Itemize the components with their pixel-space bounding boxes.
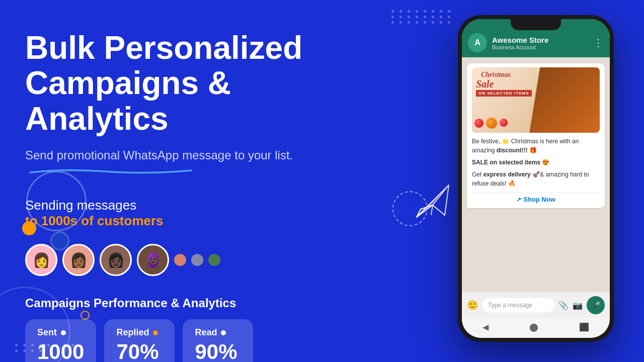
message-text-2: Get express delivery 🚀& amazing hard to … <box>472 170 600 188</box>
avatar-1: 👩 <box>25 244 57 276</box>
stat-card-read: Read 90% <box>183 319 253 362</box>
performance-title: Campaigns Performance & Analytics <box>25 296 367 310</box>
dots-grid-top <box>391 10 453 24</box>
chat-area[interactable]: Christmas Sale ON SELECTED ITEMS Be fest… <box>462 57 610 292</box>
contact-name: Awesome Store <box>492 36 588 44</box>
paper-plane-decoration <box>392 181 453 241</box>
avatars-row: 👩 👩🏾 👩🏿 🧕🏿 <box>25 244 367 276</box>
phone-mockup: A Awesome Store Business Account ⋮ <box>458 15 614 342</box>
nav-home-icon[interactable]: ⬤ <box>529 322 538 332</box>
contact-avatar: A <box>468 33 487 52</box>
contact-status: Business Account <box>492 44 588 50</box>
sending-label: Sending messages <box>25 198 136 213</box>
avatar-4: 🧕🏿 <box>137 244 169 276</box>
extra-dot-3 <box>208 254 220 266</box>
menu-icon[interactable]: ⋮ <box>593 37 604 49</box>
paper-plane-icon <box>413 181 453 221</box>
stats-row: Sent 1000 Replied 70% Read 90% <box>25 319 367 362</box>
extra-dot-1 <box>174 254 186 266</box>
sale-text: SALE on selected items 😍 <box>472 158 600 167</box>
phone-notch <box>511 19 561 30</box>
christmas-text-overlay: Christmas Sale ON SELECTED ITEMS <box>476 71 532 97</box>
shop-now-button[interactable]: ↗ Shop Now <box>472 192 600 204</box>
attach-icon[interactable]: 📎 <box>558 301 569 310</box>
phone-outer: A Awesome Store Business Account ⋮ <box>458 15 614 342</box>
phone-screen: A Awesome Store Business Account ⋮ <box>462 19 610 338</box>
main-title: Bulk Personalized Campaigns & Analytics <box>25 30 367 136</box>
message-input[interactable]: Type a message <box>482 298 554 312</box>
avatar-2: 👩🏾 <box>62 244 95 276</box>
stat-value-sent: 1000 <box>37 340 84 362</box>
underline-decoration <box>25 166 196 175</box>
subtitle-text: Send promotional WhatsApp message to you… <box>25 148 367 162</box>
stat-label-replied: Replied <box>116 327 163 338</box>
stat-value-read: 90% <box>195 340 241 362</box>
nav-back-icon[interactable]: ◀ <box>482 322 489 332</box>
stat-label-sent: Sent <box>37 327 84 338</box>
contact-info: Awesome Store Business Account <box>492 36 588 50</box>
promo-image: Christmas Sale ON SELECTED ITEMS <box>472 67 600 133</box>
stat-value-replied: 70% <box>116 340 163 362</box>
camera-icon[interactable]: 📷 <box>573 301 583 310</box>
message-bubble: Christmas Sale ON SELECTED ITEMS Be fest… <box>467 63 605 208</box>
sending-highlight-text: to 1000s of customers <box>25 213 164 228</box>
whatsapp-footer: 🙂 Type a message 📎 📷 🎤 <box>462 292 610 318</box>
emoji-icon[interactable]: 🙂 <box>467 300 478 311</box>
sending-section: Sending messages to 1000s of customers <box>25 198 367 229</box>
phone-nav-bar: ◀ ⬤ ⬛ <box>462 318 610 338</box>
left-content-area: Bulk Personalized Campaigns & Analytics … <box>25 30 367 362</box>
stat-label-read: Read <box>195 327 241 338</box>
extra-dot-2 <box>191 254 203 266</box>
message-text-1: Be festive, 🌟 Christmas is here with an … <box>472 137 600 155</box>
nav-recent-icon[interactable]: ⬛ <box>579 322 589 332</box>
mic-button[interactable]: 🎤 <box>587 296 605 314</box>
stat-card-replied: Replied 70% <box>104 319 175 362</box>
svg-marker-1 <box>417 185 449 217</box>
avatar-3: 👩🏿 <box>100 244 132 276</box>
stat-card-sent: Sent 1000 <box>25 319 96 362</box>
